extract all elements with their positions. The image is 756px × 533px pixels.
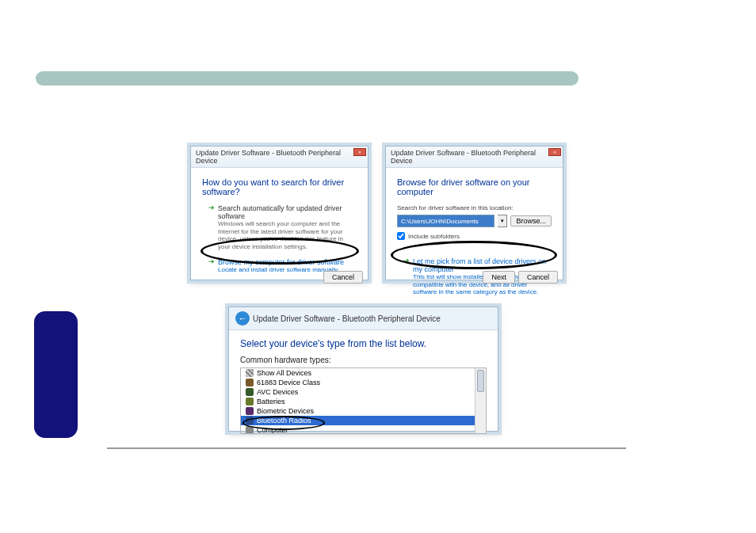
arrow-icon: ➔ bbox=[208, 204, 215, 211]
close-icon[interactable]: × bbox=[353, 148, 366, 156]
option-title: Browse my computer for driver software bbox=[218, 258, 344, 266]
list-item-label: 61883 Device Class bbox=[257, 379, 320, 386]
device-icon bbox=[246, 398, 254, 405]
arrow-icon: ➔ bbox=[208, 258, 215, 265]
device-icon bbox=[246, 426, 254, 434]
cancel-button[interactable]: Cancel bbox=[518, 271, 558, 284]
list-item[interactable]: AVC Devices bbox=[241, 387, 486, 397]
dialog-heading: Select your device's type from the list … bbox=[240, 338, 487, 349]
device-icon bbox=[246, 407, 254, 415]
list-item-label: Batteries bbox=[257, 398, 285, 405]
dialog-title: ← Update Driver Software - Bluetooth Per… bbox=[229, 307, 498, 330]
dialog-browse: Update Driver Software - Bluetooth Perip… bbox=[385, 146, 563, 280]
list-item[interactable]: Biometric Devices bbox=[241, 406, 486, 416]
option-search-auto[interactable]: ➔Search automatically for updated driver… bbox=[208, 204, 357, 250]
dialog-heading: Browse for driver software on your compu… bbox=[397, 177, 552, 196]
list-item[interactable]: 61883 Device Class bbox=[241, 378, 486, 387]
device-icon bbox=[246, 379, 254, 386]
dialog-heading: How do you want to search for driver sof… bbox=[202, 177, 357, 196]
header-bar bbox=[36, 71, 578, 86]
button-row: Cancel bbox=[323, 271, 363, 284]
option-title: Search automatically for updated driver … bbox=[218, 204, 357, 220]
device-icon bbox=[246, 369, 254, 377]
window-title: Update Driver Software - Bluetooth Perip… bbox=[391, 149, 558, 165]
dialog-body: Browse for driver software on your compu… bbox=[386, 168, 563, 287]
include-subfolders-checkbox[interactable]: Include subfolders bbox=[397, 232, 552, 240]
path-input[interactable]: C:\Users\JOHN\Documents bbox=[397, 215, 494, 227]
window-title: Update Driver Software - Bluetooth Perip… bbox=[196, 149, 363, 165]
footer-rule bbox=[107, 447, 626, 449]
back-icon[interactable]: ← bbox=[235, 311, 250, 326]
dialog-how-search: Update Driver Software - Bluetooth Perip… bbox=[190, 146, 368, 280]
list-item-label: Computer bbox=[257, 426, 288, 434]
list-item[interactable]: Batteries bbox=[241, 397, 486, 406]
scrollbar[interactable] bbox=[475, 368, 486, 433]
side-tab bbox=[34, 311, 78, 438]
dialog-device-type: ← Update Driver Software - Bluetooth Per… bbox=[228, 306, 498, 432]
window-title: Update Driver Software - Bluetooth Perip… bbox=[253, 314, 441, 323]
dialog-title: Update Driver Software - Bluetooth Perip… bbox=[191, 147, 368, 168]
dialog-title: Update Driver Software - Bluetooth Perip… bbox=[386, 147, 563, 168]
device-icon bbox=[246, 388, 254, 396]
close-icon[interactable]: × bbox=[548, 148, 561, 156]
checkbox-input[interactable] bbox=[397, 232, 405, 240]
list-item[interactable]: Show All Devices bbox=[241, 368, 486, 378]
next-button[interactable]: Next bbox=[483, 271, 515, 284]
list-item[interactable]: Bluetooth Radios bbox=[241, 416, 486, 425]
hardware-types-list[interactable]: Show All Devices61883 Device ClassAVC De… bbox=[240, 367, 487, 434]
list-item-label: Biometric Devices bbox=[257, 407, 314, 415]
chevron-down-icon[interactable]: ▾ bbox=[498, 215, 507, 227]
hardware-types-label: Common hardware types: bbox=[240, 356, 487, 364]
checkbox-label: Include subfolders bbox=[408, 233, 460, 240]
arrow-icon: ➔ bbox=[403, 257, 410, 265]
dialog-body: Select your device's type from the list … bbox=[229, 330, 498, 434]
list-item[interactable]: Computer bbox=[241, 425, 486, 434]
browse-button[interactable]: Browse... bbox=[510, 215, 552, 227]
list-item-label: Bluetooth Radios bbox=[257, 417, 311, 424]
scrollbar-thumb[interactable] bbox=[477, 370, 484, 392]
button-row: Next Cancel bbox=[483, 271, 558, 284]
list-item-label: AVC Devices bbox=[257, 388, 298, 396]
list-item-label: Show All Devices bbox=[257, 369, 311, 377]
dialog-body: How do you want to search for driver sof… bbox=[191, 168, 368, 287]
cancel-button[interactable]: Cancel bbox=[323, 271, 363, 284]
device-icon bbox=[246, 417, 254, 424]
window-buttons: × bbox=[548, 148, 561, 156]
path-row: C:\Users\JOHN\Documents ▾ Browse... bbox=[397, 215, 552, 227]
option-desc: Windows will search your computer and th… bbox=[218, 220, 357, 250]
window-buttons: × bbox=[353, 148, 366, 156]
search-location-label: Search for driver software in this locat… bbox=[397, 204, 552, 211]
